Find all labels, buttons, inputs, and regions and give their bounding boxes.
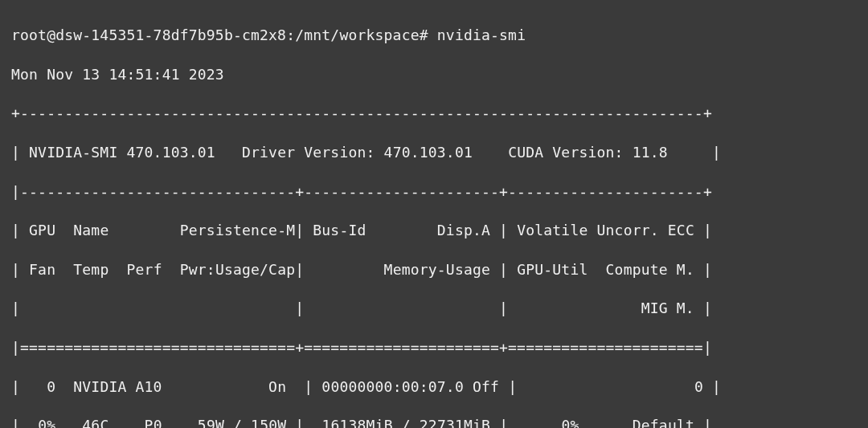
gpu-bus-id: 00000000:00:07.0: [321, 378, 464, 395]
gpu-compute-mode: Default: [633, 417, 694, 428]
header-row-2: | Fan Temp Perf Pwr:Usage/Cap| Memory-Us…: [11, 260, 857, 279]
terminal-output: root@dsw-145351-78df7b95b-cm2x8:/mnt/wor…: [0, 0, 868, 428]
driver-version: 470.103.01: [384, 144, 473, 161]
cuda-version: 11.8: [633, 144, 668, 161]
header-row-1: | GPU Name Persistence-M| Bus-Id Disp.A …: [11, 221, 857, 240]
gpu-power-cap: 150W: [251, 417, 286, 428]
col-persistence-m: Persistence-M: [180, 222, 295, 238]
col-compute-m: Compute M.: [606, 261, 694, 278]
gpu-fan: 0%: [38, 417, 55, 428]
gpu-power-usage: 59W: [198, 417, 224, 428]
gpu-disp-a: Off: [473, 378, 499, 395]
col-mig-m: MIG M.: [641, 300, 694, 316]
col-memory-usage: Memory-Usage: [384, 261, 490, 278]
col-pwr: Pwr:Usage/Cap: [180, 261, 295, 278]
gpu-perf: P0: [145, 417, 162, 428]
gpu-row-2: | 0% 46C P0 59W / 150W | 16138MiB / 2273…: [11, 416, 857, 428]
prompt-separator: #: [420, 26, 428, 43]
col-bus-id: Bus-Id: [313, 222, 366, 238]
header-row-3: | | | MIG M. |: [11, 299, 857, 318]
col-gpu-util: GPU-Util: [517, 261, 588, 278]
col-perf: Perf: [127, 261, 162, 278]
col-gpu: GPU: [29, 222, 55, 238]
command-text: nvidia-smi: [437, 26, 526, 43]
driver-version-label: Driver Version:: [242, 144, 375, 161]
gpu-name: NVIDIA A10: [73, 378, 162, 395]
version-line: | NVIDIA-SMI 470.103.01 Driver Version: …: [11, 143, 857, 162]
box-eq-sep: |===============================+=======…: [11, 338, 857, 357]
col-volatile-uncorr-ecc: Volatile Uncorr. ECC: [517, 222, 694, 238]
gpu-index: 0: [47, 378, 55, 395]
gpu-mem-used: 16138MiB: [321, 417, 392, 428]
col-disp-a: Disp.A: [437, 222, 490, 238]
gpu-ecc: 0: [694, 378, 703, 395]
prompt-user-host: root@dsw-145351-78df7b95b-cm2x8: [11, 26, 286, 43]
gpu-persistence: On: [268, 378, 286, 395]
smi-version: 470.103.01: [127, 144, 215, 161]
timestamp-line: Mon Nov 13 14:51:41 2023: [11, 65, 857, 84]
prompt-line[interactable]: root@dsw-145351-78df7b95b-cm2x8:/mnt/wor…: [11, 26, 857, 45]
smi-version-label: NVIDIA-SMI: [29, 144, 117, 161]
gpu-row-1: | 0 NVIDIA A10 On | 00000000:00:07.0 Off…: [11, 377, 857, 397]
col-temp: Temp: [73, 261, 108, 278]
col-fan: Fan: [29, 261, 55, 278]
col-name: Name: [73, 222, 108, 238]
cuda-version-label: CUDA Version:: [508, 144, 623, 161]
gpu-temp: 46C: [82, 417, 108, 428]
box-top: +---------------------------------------…: [11, 104, 857, 123]
box-header-sep: |-------------------------------+-------…: [11, 182, 857, 202]
gpu-mem-total: 22731MiB: [420, 417, 490, 428]
gpu-util: 0%: [561, 417, 579, 428]
prompt-cwd: /mnt/workspace: [295, 26, 420, 43]
